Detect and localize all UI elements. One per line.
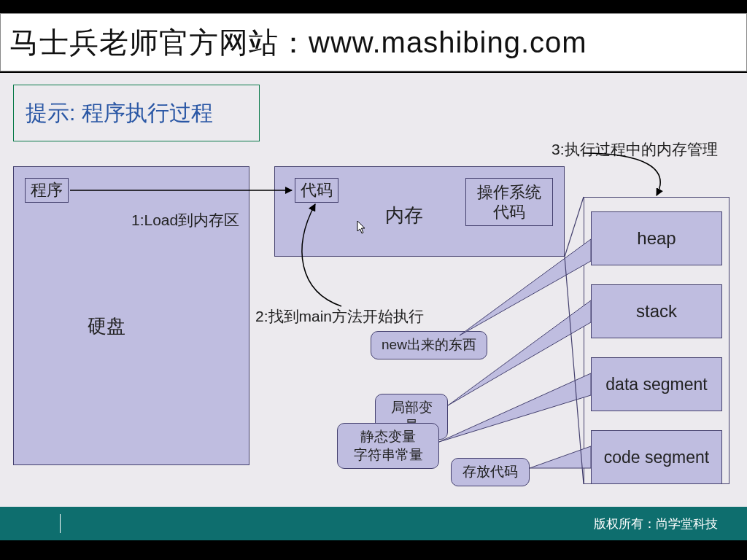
segment-stack: stack bbox=[591, 284, 722, 338]
mem-splay-bottom bbox=[565, 257, 584, 484]
program-box: 程序 bbox=[25, 178, 69, 203]
bubble-store-text: 存放代码 bbox=[462, 464, 518, 479]
header-text: 马士兵老师官方网站：www.mashibing.com bbox=[9, 23, 587, 63]
tail-static bbox=[439, 373, 591, 442]
footer-divider bbox=[60, 514, 61, 533]
mem-mgmt-label: 3:执行过程中的内存管理 bbox=[551, 139, 718, 160]
mem-splay-top bbox=[565, 197, 584, 257]
os-code-box: 操作系统 代码 bbox=[465, 178, 553, 226]
memory-code-label: 代码 bbox=[301, 179, 333, 201]
program-label: 程序 bbox=[31, 179, 63, 201]
slide-title: 提示: 程序执行过程 bbox=[26, 98, 213, 128]
bubble-store: 存放代码 bbox=[451, 458, 530, 486]
main-label: 2:找到main方法开始执行 bbox=[255, 306, 424, 327]
footer-copyright: 版权所有：尚学堂科技 bbox=[594, 516, 718, 532]
bubble-static-line2: 字符串常量 bbox=[354, 447, 423, 462]
segment-code: code segment bbox=[591, 430, 722, 484]
memory-label: 内存 bbox=[385, 203, 423, 228]
segment-stack-label: stack bbox=[636, 301, 677, 322]
segment-data: data segment bbox=[591, 357, 722, 411]
os-code-line2: 代码 bbox=[493, 202, 525, 222]
os-code-line1: 操作系统 bbox=[477, 182, 541, 203]
tail-store bbox=[530, 446, 591, 468]
segment-data-label: data segment bbox=[605, 375, 707, 394]
header-banner: 马士兵老师官方网站：www.mashibing.com bbox=[0, 13, 747, 71]
disk-label: 硬盘 bbox=[88, 314, 125, 339]
segment-heap-label: heap bbox=[637, 228, 676, 249]
bubble-static: 静态变量 字符串常量 bbox=[337, 423, 439, 469]
segment-code-label: code segment bbox=[604, 448, 709, 467]
bubble-new: new出来的东西 bbox=[371, 331, 487, 359]
load-label: 1:Load到内存区 bbox=[131, 210, 239, 230]
slide-title-box: 提示: 程序执行过程 bbox=[13, 85, 260, 141]
bubble-new-text: new出来的东西 bbox=[382, 337, 476, 352]
memory-code-box: 代码 bbox=[295, 178, 338, 203]
footer-bar: 版权所有：尚学堂科技 bbox=[0, 507, 747, 540]
slide-canvas: 提示: 程序执行过程 程序 硬盘 1:Load到内存区 代码 内存 操作系统 代… bbox=[0, 73, 747, 507]
bubble-static-line1: 静态变量 bbox=[360, 429, 416, 444]
segment-heap: heap bbox=[591, 211, 722, 265]
